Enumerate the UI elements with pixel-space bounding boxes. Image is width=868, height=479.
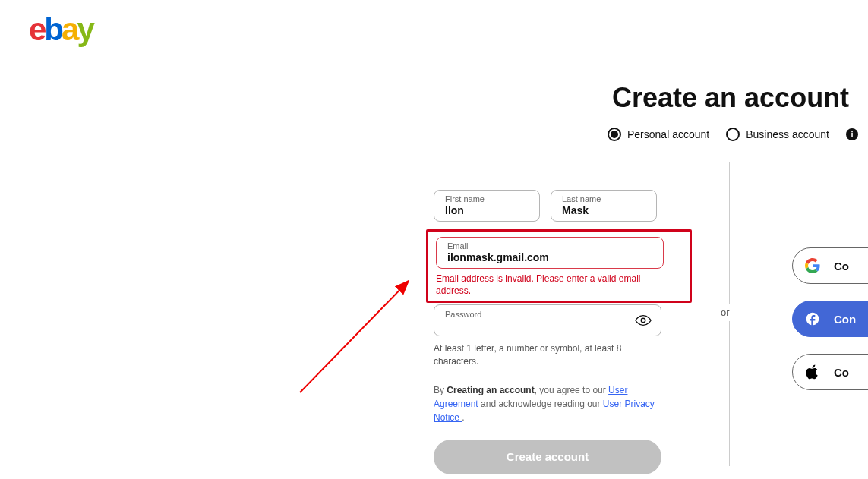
business-account-option[interactable]: Business account: [726, 128, 829, 141]
continue-with-facebook-button[interactable]: Con: [792, 301, 868, 337]
first-name-label: First name: [445, 195, 530, 203]
email-error-highlight: Email Email address is invalid. Please e…: [426, 229, 692, 303]
logo-letter-e: e: [29, 11, 44, 47]
info-icon[interactable]: i: [846, 128, 858, 140]
continue-with-google-button[interactable]: Co: [792, 247, 868, 284]
page-title: Create an account: [612, 82, 849, 114]
facebook-button-label: Con: [834, 313, 856, 326]
terms-mid2: and acknowledge reading our: [481, 399, 603, 409]
annotation-arrow: [296, 275, 414, 396]
apple-icon: [805, 364, 820, 380]
radio-business[interactable]: [726, 128, 740, 141]
account-type-group: Personal account Business account i: [608, 128, 858, 141]
create-account-button[interactable]: Create account: [434, 440, 661, 474]
apple-button-label: Co: [834, 366, 849, 379]
email-error-message: Email address is invalid. Please enter a…: [436, 273, 664, 297]
password-field[interactable]: Password: [434, 304, 661, 336]
last-name-input[interactable]: [562, 204, 647, 216]
terms-suffix: .: [462, 412, 464, 423]
terms-text: By Creating an account, you agree to our…: [434, 383, 661, 424]
eye-icon[interactable]: [635, 312, 652, 329]
email-field[interactable]: Email: [436, 237, 664, 269]
terms-bold: Creating an account: [447, 385, 534, 395]
ebay-logo[interactable]: ebay: [29, 11, 93, 48]
logo-letter-y: y: [77, 11, 92, 47]
first-name-field[interactable]: First name: [434, 190, 540, 222]
radio-personal[interactable]: [608, 128, 621, 141]
password-input[interactable]: [445, 320, 635, 330]
terms-prefix: By: [434, 385, 447, 395]
last-name-field[interactable]: Last name: [551, 190, 657, 222]
svg-line-3: [300, 281, 409, 392]
password-label: Password: [445, 310, 635, 319]
personal-account-option[interactable]: Personal account: [608, 128, 709, 141]
last-name-label: Last name: [562, 195, 647, 203]
google-button-label: Co: [834, 260, 849, 273]
email-label: Email: [447, 242, 654, 251]
first-name-input[interactable]: [445, 204, 530, 216]
facebook-icon: [805, 311, 820, 326]
continue-with-apple-button[interactable]: Co: [792, 354, 868, 390]
social-buttons: Co Con Co: [792, 247, 868, 390]
business-account-label: Business account: [746, 128, 829, 140]
email-input[interactable]: [447, 251, 654, 263]
svg-point-0: [641, 318, 645, 323]
google-icon: [805, 258, 820, 273]
logo-letter-a: a: [62, 11, 77, 47]
password-hint: At least 1 letter, a number or symbol, a…: [434, 342, 654, 368]
signup-form: First name Last name Email Email address…: [434, 190, 692, 474]
terms-mid1: , you agree to our: [535, 385, 608, 395]
logo-letter-b: b: [44, 11, 62, 47]
or-text: or: [721, 304, 730, 321]
personal-account-label: Personal account: [627, 128, 709, 140]
